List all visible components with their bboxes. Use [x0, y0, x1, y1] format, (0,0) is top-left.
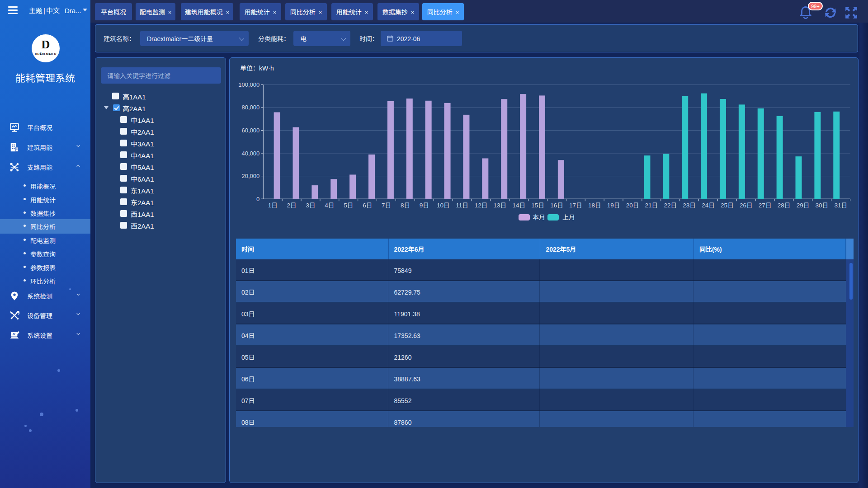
- svg-text:17日: 17日: [569, 200, 582, 209]
- svg-text:15日: 15日: [531, 200, 544, 209]
- svg-text:18日: 18日: [588, 200, 601, 209]
- svg-text:9日: 9日: [420, 200, 429, 209]
- svg-text:2日: 2日: [287, 200, 297, 209]
- svg-text:21日: 21日: [645, 200, 658, 209]
- svg-text:7日: 7日: [382, 200, 391, 209]
- svg-text:100,000: 100,000: [238, 80, 259, 89]
- svg-text:80,000: 80,000: [242, 103, 260, 111]
- svg-text:8日: 8日: [401, 200, 410, 209]
- svg-text:5日: 5日: [344, 200, 353, 209]
- svg-text:1日: 1日: [268, 200, 278, 209]
- svg-text:24日: 24日: [702, 200, 715, 209]
- svg-text:6日: 6日: [363, 200, 372, 209]
- svg-text:19日: 19日: [607, 200, 620, 209]
- svg-text:14日: 14日: [512, 200, 525, 209]
- svg-text:3日: 3日: [306, 200, 315, 209]
- svg-text:23日: 23日: [683, 200, 696, 209]
- svg-text:29日: 29日: [797, 200, 810, 209]
- svg-text:26日: 26日: [740, 200, 753, 209]
- svg-text:本月: 本月: [533, 212, 545, 221]
- svg-text:13日: 13日: [494, 200, 507, 209]
- svg-text:27日: 27日: [759, 200, 772, 209]
- svg-text:20日: 20日: [626, 200, 639, 209]
- svg-text:10日: 10日: [437, 200, 450, 209]
- svg-text:4日: 4日: [325, 200, 334, 209]
- svg-text:上月: 上月: [562, 212, 575, 221]
- svg-text:30日: 30日: [816, 200, 829, 209]
- svg-text:0: 0: [256, 194, 259, 203]
- svg-text:28日: 28日: [778, 200, 791, 209]
- svg-text:31日: 31日: [834, 200, 847, 209]
- svg-text:11日: 11日: [456, 200, 468, 209]
- svg-text:60,000: 60,000: [242, 126, 260, 134]
- svg-text:40,000: 40,000: [242, 149, 260, 157]
- svg-text:25日: 25日: [721, 200, 734, 209]
- svg-text:22日: 22日: [664, 200, 677, 209]
- svg-text:12日: 12日: [475, 200, 488, 209]
- svg-text:16日: 16日: [550, 200, 563, 209]
- svg-text:20,000: 20,000: [242, 171, 260, 180]
